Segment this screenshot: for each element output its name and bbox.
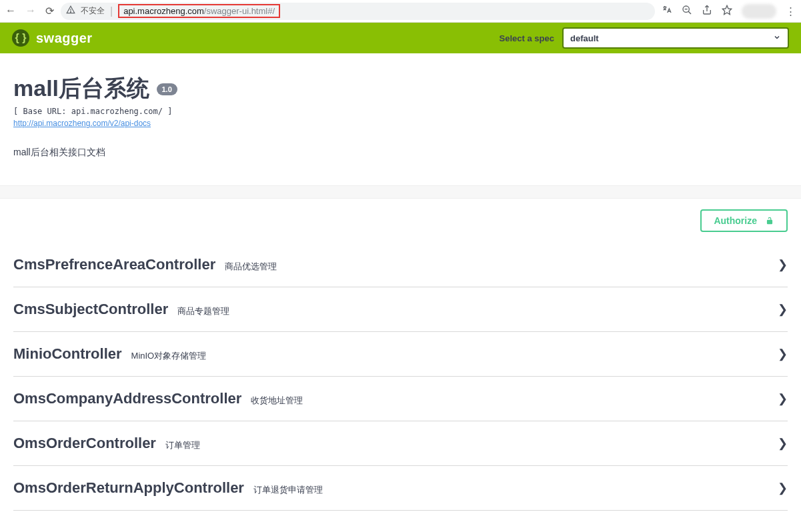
base-url: [ Base URL: api.macrozheng.com/ ] <box>13 107 788 116</box>
spec-select-value: default <box>570 33 599 43</box>
chevron-right-icon: ❯ <box>778 257 788 272</box>
reload-button[interactable]: ⟳ <box>45 5 54 17</box>
svg-marker-5 <box>722 5 731 14</box>
insecure-label: 不安全 <box>81 5 105 17</box>
tag-description: 订单管理 <box>165 439 200 451</box>
scheme-container: Authorize <box>0 199 801 243</box>
tag-description: 收货地址管理 <box>251 395 303 407</box>
share-icon[interactable] <box>702 5 712 17</box>
api-docs-link[interactable]: http://api.macrozheng.com/v2/api-docs <box>13 119 788 128</box>
spec-label: Select a spec <box>500 33 554 43</box>
url-path: /swagger-ui.html#/ <box>204 6 275 16</box>
tag-name: MinioController <box>13 345 122 363</box>
version-badge: 1.0 <box>157 83 177 95</box>
tags-container: CmsPrefrenceAreaController 商品优选管理 ❯ CmsS… <box>0 243 801 531</box>
tag-name: OmsOrderReturnApplyController <box>13 479 244 497</box>
tag-row[interactable]: MinioController MinIO对象存储管理 ❯ <box>13 332 788 377</box>
swagger-brand: swagger <box>36 31 93 46</box>
tag-name: CmsPrefrenceAreaController <box>13 256 215 273</box>
section-divider <box>0 185 801 199</box>
address-bar[interactable]: 不安全 | api.macrozheng.com /swagger-ui.htm… <box>61 3 655 20</box>
tag-description: 商品优选管理 <box>225 261 277 273</box>
chevron-down-icon <box>773 33 781 43</box>
profile-avatar[interactable] <box>742 4 776 19</box>
tag-name: CmsSubjectController <box>13 301 168 318</box>
tag-name: OmsOrderController <box>13 435 156 452</box>
tag-description: 商品专题管理 <box>177 305 229 317</box>
chevron-right-icon: ❯ <box>778 436 788 451</box>
chevron-right-icon: ❯ <box>778 481 788 495</box>
forward-button[interactable]: → <box>25 5 36 17</box>
zoom-icon[interactable] <box>682 5 692 17</box>
spec-select[interactable]: default <box>562 27 789 49</box>
tag-name: OmsCompanyAddressController <box>13 390 241 407</box>
back-button[interactable]: ← <box>5 5 16 17</box>
tag-description: MinIO对象存储管理 <box>131 350 207 362</box>
swagger-logo-icon: { } <box>12 29 29 47</box>
svg-line-3 <box>688 11 691 14</box>
chevron-right-icon: ❯ <box>778 347 788 361</box>
translate-icon[interactable] <box>662 5 672 17</box>
page-title: mall后台系统 <box>13 73 149 104</box>
swagger-topbar: { } swagger Select a spec default <box>0 23 801 53</box>
tag-row[interactable]: CmsSubjectController 商品专题管理 ❯ <box>13 287 788 332</box>
bookmark-star-icon[interactable] <box>722 5 732 17</box>
tag-description: 订单退货申请管理 <box>253 484 323 496</box>
authorize-label: Authorize <box>714 215 757 226</box>
browser-address-bar: ← → ⟳ 不安全 | api.macrozheng.com /swagger-… <box>0 0 801 23</box>
api-info: mall后台系统 1.0 [ Base URL: api.macrozheng.… <box>0 53 801 185</box>
kebab-menu-icon[interactable]: ⋮ <box>786 5 796 17</box>
api-description: mall后台相关接口文档 <box>13 147 788 159</box>
chevron-right-icon: ❯ <box>778 391 788 406</box>
tag-row[interactable]: OmsOrderReturnApplyController 订单退货申请管理 ❯ <box>13 466 788 511</box>
tag-row[interactable]: CmsPrefrenceAreaController 商品优选管理 ❯ <box>13 243 788 287</box>
url-host: api.macrozheng.com <box>123 6 204 16</box>
authorize-button[interactable]: Authorize <box>700 209 788 232</box>
chevron-right-icon: ❯ <box>778 302 788 317</box>
tag-row[interactable]: OmsCompanyAddressController 收货地址管理 ❯ <box>13 377 788 421</box>
tag-row[interactable]: OmsOrderController 订单管理 ❯ <box>13 421 788 466</box>
warning-icon <box>66 5 75 17</box>
lock-icon <box>765 216 774 225</box>
svg-point-1 <box>71 11 71 12</box>
